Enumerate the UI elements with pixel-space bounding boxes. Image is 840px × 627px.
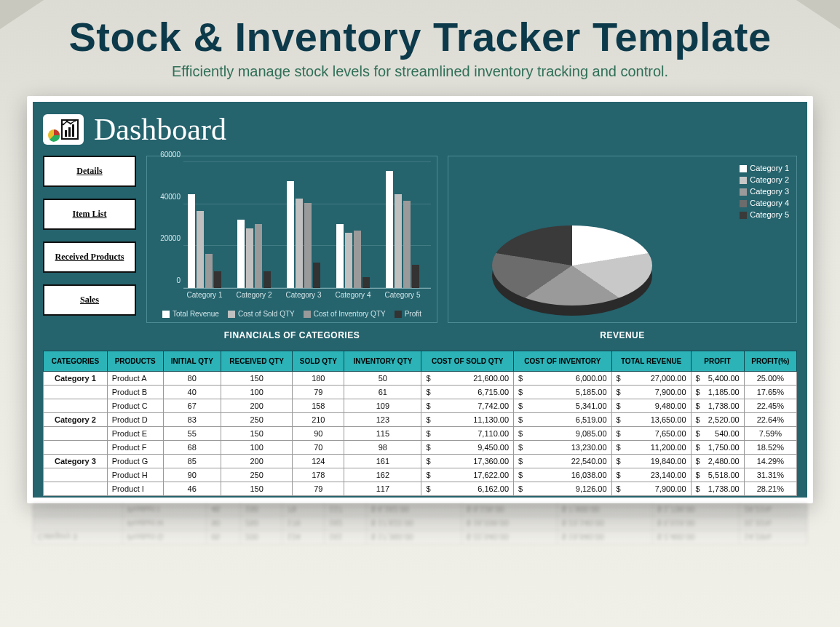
table-header: SOLD QTY	[293, 351, 344, 372]
table-row: Category 1Product A8015018050$21,600.00$…	[44, 372, 797, 386]
table-header: COST OF SOLD QTY	[421, 351, 514, 372]
page-title: Stock & Inventory Tracker Template	[0, 13, 840, 60]
table-row: Product C67200158109$7,742.00$5,341.00$9…	[44, 399, 797, 413]
pie-chart-legend: Category 1 Category 2 Category 3 Categor…	[740, 164, 789, 222]
svg-rect-4	[72, 124, 74, 137]
dashboard-title: Dashboard	[94, 112, 226, 147]
table-header: PROFIT(%)	[744, 351, 796, 372]
table-row: Product H90250178162$17,622.00$16,038.00…	[44, 468, 797, 482]
table-header: PROFIT	[691, 351, 744, 372]
svg-point-7	[70, 123, 72, 125]
template-frame: Dashboard Details Item List Received Pro…	[27, 96, 813, 503]
sidebar-btn-details[interactable]: Details	[43, 156, 136, 187]
sidebar-btn-item-list[interactable]: Item List	[43, 199, 136, 230]
table-row: Product E5515090115$7,110.00$9,085.00$7,…	[44, 427, 797, 441]
reflection-effect: Category 3Product G85200124161$ 17,360.0…	[33, 503, 807, 544]
bar-chart-caption: FINANCIALS OF CATEGORIES	[146, 330, 437, 340]
sidebar-btn-sales[interactable]: Sales	[43, 284, 136, 316]
table-header: CATEGORIES	[44, 351, 108, 372]
table-header: RECEIVED QTY	[221, 351, 292, 372]
table-row: Category 3Product G85200124161$17,360.00…	[44, 455, 797, 468]
svg-rect-3	[68, 127, 71, 137]
pie-chart-graphic	[492, 185, 652, 346]
dashboard-logo-icon	[43, 114, 84, 145]
svg-point-5	[63, 124, 65, 126]
svg-rect-2	[65, 130, 67, 137]
table-header: PRODUCTS	[107, 351, 163, 372]
pie-chart: Category 1 Category 2 Category 3 Categor…	[448, 156, 797, 323]
table-header: INVENTORY QTY	[344, 351, 421, 372]
bar-chart-legend: Total Revenue Cost of Sold QTY Cost of I…	[147, 310, 437, 318]
table-row: Category 2Product D83250210123$11,130.00…	[44, 413, 797, 427]
page-subtitle: Efficiently manage stock levels for stre…	[0, 63, 840, 80]
table-header: COST OF INVENTORY	[514, 351, 612, 372]
table-header: TOTAL REVENUE	[611, 351, 691, 372]
bar-chart: 0200004000060000Category 1Category 2Cate…	[146, 156, 437, 323]
table-row: Product I4615079117$6,162.00$9,126.00$7,…	[44, 482, 797, 496]
table-row: Product F681007098$9,450.00$13,230.00$11…	[44, 441, 797, 455]
dashboard-panel: Dashboard Details Item List Received Pro…	[33, 102, 807, 498]
table-header: INITIAL QTY	[163, 351, 221, 372]
svg-point-6	[66, 121, 68, 123]
table-row: Product B401007961$6,715.00$5,185.00$7,9…	[44, 386, 797, 399]
svg-point-8	[74, 120, 76, 122]
sidebar: Details Item List Received Products Sale…	[43, 156, 136, 351]
sidebar-btn-received-products[interactable]: Received Products	[43, 241, 136, 273]
data-table: CATEGORIESPRODUCTSINITIAL QTYRECEIVED QT…	[43, 351, 797, 496]
